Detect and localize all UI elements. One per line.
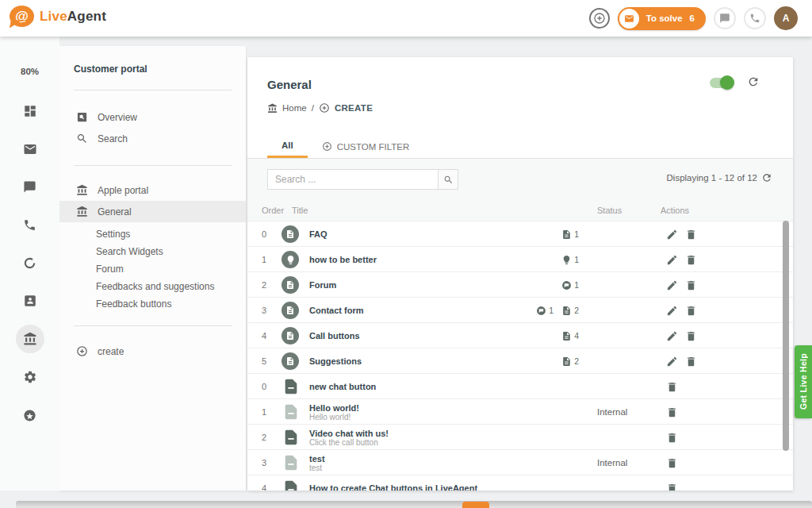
delete-icon[interactable]: [666, 406, 678, 418]
call-button[interactable]: [744, 7, 766, 29]
logo-live: Live: [40, 9, 67, 24]
rail-calls[interactable]: [0, 210, 59, 239]
edit-icon[interactable]: [666, 305, 678, 317]
rail-automation[interactable]: [0, 248, 59, 277]
row-title: How to create Chat buttons in LiveAgent: [309, 483, 477, 491]
delete-icon[interactable]: [666, 457, 678, 469]
scrollbar-thumb[interactable]: [783, 221, 789, 451]
article-icon: [282, 454, 300, 471]
row-actions: [666, 272, 697, 298]
edit-icon[interactable]: [666, 254, 678, 266]
tab-custom-filter[interactable]: CUSTOM FILTER: [308, 135, 424, 158]
table-row[interactable]: 3 Contact form 12: [247, 297, 793, 322]
user-avatar[interactable]: A: [774, 6, 798, 30]
enabled-toggle[interactable]: [710, 78, 733, 88]
table-scrollbar[interactable]: [783, 221, 789, 491]
add-button[interactable]: [589, 8, 610, 29]
tab-all[interactable]: All: [267, 135, 308, 158]
document-icon: [285, 280, 295, 290]
rail-customer-portal[interactable]: [0, 325, 59, 353]
sidebar-sub-forum[interactable]: Forum: [59, 260, 246, 278]
sidebar-item-search[interactable]: Search: [59, 128, 246, 149]
breadcrumb-create[interactable]: CREATE: [335, 103, 373, 113]
sidebar-sub-search-widgets[interactable]: Search Widgets: [59, 243, 246, 260]
document-icon: [282, 403, 300, 421]
sidebar-item-overview[interactable]: Overview: [59, 106, 246, 128]
sidebar-item-general[interactable]: General: [59, 201, 246, 222]
minimized-widget-bar[interactable]: [16, 501, 812, 508]
table-row[interactable]: 4 Call buttons 4: [247, 322, 793, 348]
search-input[interactable]: [267, 169, 438, 190]
table-row[interactable]: 5 Suggestions 2: [247, 348, 793, 373]
delete-icon[interactable]: [666, 432, 678, 444]
sidebar-sub-feedback-buttons[interactable]: Feedback buttons: [59, 295, 246, 313]
sidebar-sub-feedbacks[interactable]: Feedbacks and suggestions: [59, 278, 246, 295]
search-box: [267, 169, 458, 190]
row-title: new chat button: [309, 382, 376, 391]
row-title: how to be better: [309, 255, 377, 264]
refresh-icon[interactable]: [761, 172, 772, 183]
delete-icon[interactable]: [685, 279, 697, 291]
avatar-letter: A: [783, 13, 790, 24]
delete-icon[interactable]: [685, 356, 697, 368]
logo-text: LiveAgent: [40, 9, 106, 25]
row-order: 4: [262, 475, 266, 491]
rail-customers[interactable]: [0, 287, 59, 315]
breadcrumb-home[interactable]: Home: [282, 103, 307, 113]
article-icon: [561, 331, 572, 341]
rail-dashboard[interactable]: [0, 97, 59, 125]
page-title: General: [267, 78, 312, 91]
row-order: 0: [262, 374, 266, 399]
category-avatar: [282, 251, 299, 268]
edit-icon[interactable]: [666, 356, 678, 368]
table-row[interactable]: 0 new chat button: [247, 373, 793, 398]
table-row[interactable]: 3 testtest Internal: [247, 449, 793, 475]
plus-circle-icon: [322, 141, 332, 152]
to-solve-button[interactable]: To solve 6: [618, 7, 706, 30]
rail-tickets[interactable]: [0, 135, 59, 164]
chat-button[interactable]: [714, 7, 736, 29]
refresh-icon[interactable]: [747, 75, 760, 88]
sidebar-item-label: General: [98, 206, 132, 217]
row-actions: [666, 348, 697, 374]
table-row[interactable]: 2 Video chat with us!Click the call butt…: [247, 424, 793, 449]
edit-icon[interactable]: [666, 279, 678, 291]
search-submit-button[interactable]: [438, 169, 458, 190]
delete-icon[interactable]: [685, 229, 697, 241]
get-live-help-button[interactable]: Get Live Help: [795, 345, 812, 418]
sidebar-item-create[interactable]: create: [59, 341, 246, 362]
status-count: 1: [574, 280, 579, 290]
row-actions: [666, 323, 697, 348]
delete-icon[interactable]: [666, 381, 678, 393]
usage-percent: 80%: [0, 67, 59, 76]
table-row[interactable]: 1 Hello world!Hello world! Internal: [247, 398, 793, 424]
bank-icon: [76, 206, 88, 217]
plus-circle-icon: [319, 102, 330, 114]
edit-icon[interactable]: [666, 330, 678, 342]
table-row[interactable]: 4 How to create Chat buttons in LiveAgen…: [247, 475, 793, 491]
rail-chats[interactable]: [0, 172, 59, 201]
status-badge: 1: [561, 229, 579, 240]
sidebar-item-apple-portal[interactable]: Apple portal: [59, 179, 246, 201]
bank-icon: [23, 332, 37, 346]
document-icon: [282, 454, 300, 471]
row-order: 3: [262, 298, 266, 323]
row-order: 1: [262, 247, 266, 272]
delete-icon[interactable]: [666, 483, 678, 491]
row-title: Contact form: [309, 306, 363, 315]
delete-icon[interactable]: [685, 330, 697, 342]
rail-configuration[interactable]: [0, 363, 59, 391]
edit-icon[interactable]: [666, 229, 678, 241]
to-solve-count: 6: [690, 13, 695, 23]
table-row[interactable]: 1 how to be better 1: [247, 246, 793, 271]
document-icon: [282, 378, 300, 395]
article-icon: [561, 356, 572, 367]
table-row[interactable]: 0 FAQ 1: [247, 221, 793, 246]
rail-starred[interactable]: [0, 401, 59, 429]
status-count: 2: [574, 306, 579, 315]
delete-icon[interactable]: [685, 305, 697, 317]
sidebar-sub-settings[interactable]: Settings: [59, 225, 246, 243]
delete-icon[interactable]: [685, 254, 697, 266]
row-status-badges: 2: [561, 348, 579, 374]
table-row[interactable]: 2 Forum 1: [247, 271, 793, 297]
